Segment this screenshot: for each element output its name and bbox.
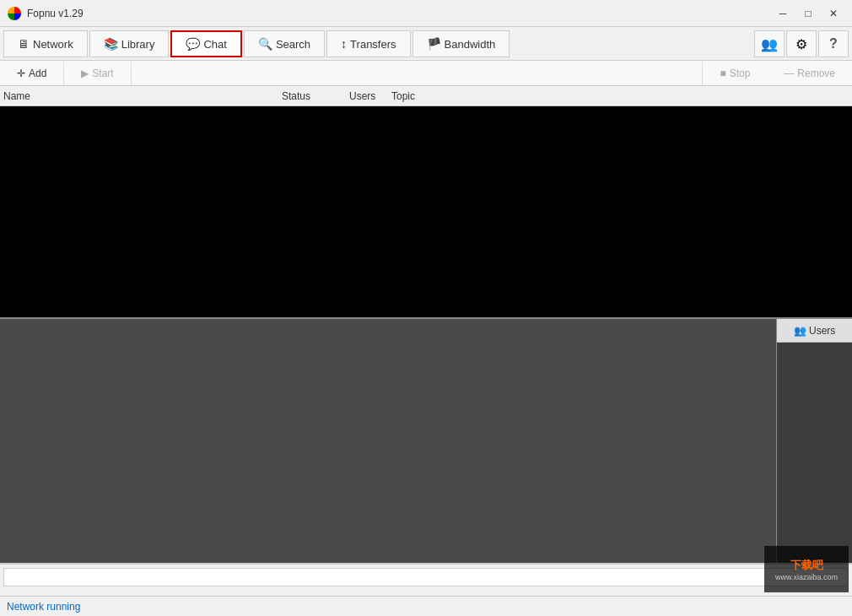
library-icon: 📚	[104, 37, 118, 51]
stop-icon: ■	[720, 68, 725, 79]
close-button[interactable]: ✕	[822, 4, 845, 23]
add-button[interactable]: ✛ Add	[0, 62, 64, 85]
nav-search-label: Search	[276, 38, 310, 51]
stop-button[interactable]: ■ Stop	[702, 62, 767, 85]
col-header-name: Name	[3, 90, 282, 102]
nav-library-label: Library	[121, 38, 155, 51]
start-icon: ▶	[81, 68, 89, 79]
nav-bandwidth-label: Bandwidth	[445, 38, 496, 51]
nav-chat-label: Chat	[203, 38, 226, 51]
users-panel: 👥 Users	[776, 319, 852, 563]
remove-icon: —	[784, 68, 794, 79]
navbar: 🖥 Network 📚 Library 💬 Chat 🔍 Search ↕ Tr…	[0, 27, 852, 61]
bandwidth-icon: 🏴	[427, 37, 441, 51]
status-bar: Network running	[0, 596, 852, 616]
search-icon: 🔍	[258, 37, 272, 51]
window-controls: ─ □ ✕	[771, 4, 845, 23]
gear-icon: ⚙	[795, 36, 807, 52]
start-button[interactable]: ▶ Start	[64, 62, 131, 85]
nav-chat[interactable]: 💬 Chat	[170, 30, 241, 57]
users-icon: 👥	[761, 36, 778, 52]
chat-icon: 💬	[186, 37, 200, 51]
nav-transfers[interactable]: ↕ Transfers	[326, 30, 410, 57]
users-icon-small: 👥	[794, 325, 809, 337]
chat-input-area	[0, 319, 776, 563]
input-row	[0, 564, 852, 589]
transfers-icon: ↕	[341, 37, 347, 51]
maximize-button[interactable]: □	[796, 4, 820, 23]
nav-network[interactable]: 🖥 Network	[3, 30, 88, 57]
users-label: 👥 Users	[794, 325, 836, 337]
settings-button[interactable]: ⚙	[786, 30, 817, 57]
bottom-panel: 👥 Users	[0, 319, 852, 564]
col-header-status: Status	[282, 90, 349, 102]
nav-network-label: Network	[33, 38, 73, 51]
nav-bandwidth[interactable]: 🏴 Bandwidth	[413, 30, 510, 57]
minimize-button[interactable]: ─	[771, 4, 795, 23]
status-text: Network running	[7, 601, 80, 613]
watermark: 下载吧 www.xiazaiba.com	[764, 546, 849, 592]
users-panel-header: 👥 Users	[777, 319, 852, 343]
nav-library[interactable]: 📚 Library	[89, 30, 170, 57]
watermark-top: 下载吧	[790, 558, 823, 573]
table-header: Name Status Users Topic	[0, 86, 852, 106]
title-bar: Fopnu v1.29 ─ □ ✕	[0, 0, 852, 27]
col-header-users: Users	[349, 90, 391, 102]
remove-button[interactable]: — Remove	[767, 62, 852, 85]
nav-search[interactable]: 🔍 Search	[244, 30, 325, 57]
col-header-topic: Topic	[391, 90, 849, 102]
help-icon: ?	[829, 36, 838, 51]
help-button[interactable]: ?	[818, 30, 849, 57]
users-list	[777, 343, 852, 563]
app-title: Fopnu v1.29	[27, 8, 771, 19]
action-bar: ✛ Add ▶ Start ■ Stop — Remove	[0, 61, 852, 86]
network-icon: 🖥	[18, 37, 30, 51]
chat-list-area	[0, 106, 852, 319]
chat-message-input[interactable]	[3, 568, 849, 586]
app-icon	[7, 6, 22, 21]
add-icon: ✛	[17, 68, 25, 79]
nav-transfers-label: Transfers	[350, 38, 396, 51]
users-button[interactable]: 👥	[754, 30, 785, 57]
watermark-bottom: www.xiazaiba.com	[775, 573, 838, 581]
